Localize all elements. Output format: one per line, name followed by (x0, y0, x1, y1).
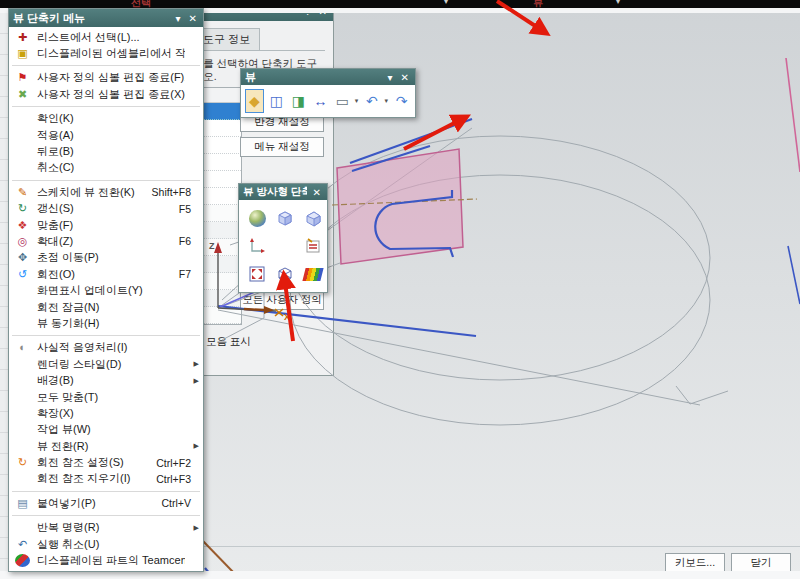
datum-plane (337, 149, 463, 264)
close-icon[interactable]: ✕ (399, 72, 411, 83)
chevron-down-icon[interactable]: ▾ (386, 72, 395, 83)
clip-section-button[interactable]: ◨ (289, 89, 308, 113)
menu-item-paste[interactable]: ▤붙여넣기(P)Ctrl+V (9, 495, 203, 511)
submenu-arrow-icon: ▶ (191, 360, 199, 368)
menu-item-fit-all[interactable]: 모두 맞춤(T) (9, 389, 203, 405)
redo-button[interactable]: ↷ (392, 89, 411, 113)
cut-label-select: 선택 (131, 0, 151, 8)
menu-item-work-in-displayed-assembly[interactable]: ▣디스플레이된 어셈블리에서 작업(A) (9, 45, 203, 61)
view-toolbar-buttons: ◆ ◫ ◨ ↔ ▭ ▾ ↶ ▾ ↷ (241, 85, 415, 117)
submenu-arrow-icon: ▶ (191, 442, 199, 450)
bottom-strip (0, 571, 800, 579)
wireframe-view-button[interactable] (272, 261, 298, 287)
wireframe-cube-icon (275, 264, 295, 284)
view-shortcut-menu: 뷰 단축키 메뉴 ▾ ✕ ✚리스트에서 선택(L)... ▣디스플레이된 어셈블… (8, 8, 204, 572)
fit-view-button[interactable] (244, 261, 270, 287)
menu-title: 뷰 단축키 메뉴 (13, 11, 170, 26)
menu-title-bar[interactable]: 뷰 단축키 메뉴 ▾ ✕ (9, 9, 203, 27)
menu-item-exit-symbol-edit-x[interactable]: ✖사용자 정의 심볼 편집 종료(X) (9, 86, 203, 102)
list-select-icon: ✚ (15, 31, 30, 44)
sketch-view-button[interactable] (300, 233, 326, 259)
isometric-view-button[interactable] (272, 205, 298, 231)
globe-icon: ● (15, 554, 30, 567)
cut-label-view: 뷰 (533, 0, 543, 8)
menu-item-lock-rotations[interactable]: 회전 잠금(N) (9, 299, 203, 315)
palette-title-bar[interactable]: 뷰 방사형 단축... ✕ (239, 184, 327, 200)
view-toolbar-title-bar[interactable]: 뷰 ▾ ✕ (241, 69, 415, 85)
window-button[interactable]: ▭ (333, 89, 352, 113)
shaded-with-edges-button[interactable]: ◆ (245, 89, 264, 113)
menu-item-work-view[interactable]: 작업 뷰(W) (9, 422, 203, 438)
left-panel-edge (0, 13, 8, 571)
menu-separator (12, 65, 200, 66)
palette-grid (239, 200, 327, 292)
paste-icon: ▤ (15, 497, 30, 510)
menu-item-refresh[interactable]: ↻갱신(S)F5 (9, 201, 203, 217)
menu-item-cancel[interactable]: 취소(C) (9, 160, 203, 176)
zoom-icon: ◎ (15, 235, 30, 248)
menu-item-synchronize-views[interactable]: 뷰 동기화(H) (9, 315, 203, 331)
view-radial-shortcut-palette: 뷰 방사형 단축... ✕ (238, 183, 328, 293)
rotate-reference-icon: ↻ (15, 456, 30, 469)
menu-item-update-display[interactable]: 화면표시 업데이트(Y) (9, 282, 203, 298)
menu-item-apply[interactable]: 적용(A) (9, 127, 203, 143)
orient-view-button[interactable] (244, 233, 270, 259)
menu-separator (12, 491, 200, 492)
menu-item-true-shading[interactable]: ◐사실적 음영처리(I) (9, 340, 203, 356)
view-toolbar-title: 뷰 (245, 70, 382, 85)
undo-button[interactable]: ↶ (362, 89, 381, 113)
chevron-down-icon[interactable]: ▾ (174, 13, 183, 24)
menu-item-switch-view-to-sketch[interactable]: ✎스케치에 뷰 전환(K)Shift+F8 (9, 184, 203, 200)
submenu-arrow-icon: ▶ (191, 524, 199, 532)
isometric-cube-icon (275, 208, 295, 228)
menu-item-exit-symbol-edit-f[interactable]: ⚑사용자 정의 심볼 편집 종료(F)... (9, 70, 203, 86)
sketch-page-icon (303, 236, 323, 256)
refresh-icon: ↻ (15, 202, 30, 215)
menu-item-fit[interactable]: ❖맞춤(F) (9, 217, 203, 233)
rainbow-icon (302, 268, 323, 281)
shading-icon: ◐ (15, 341, 30, 354)
chevron-down-icon: ▾ (444, 0, 448, 6)
menu-item-teamcenter-info[interactable]: ●디스플레이된 파트의 Teamcenter 정보(T) (9, 552, 203, 568)
menu-item-set-rotate-reference[interactable]: ↻회전 참조 설정(S)Ctrl+F2 (9, 454, 203, 470)
trimetric-view-button[interactable] (300, 205, 326, 231)
menu-item-undo[interactable]: ↶실행 취소(U) (9, 536, 203, 552)
menu-item-rotate[interactable]: ↺회전(O)F7 (9, 266, 203, 282)
exit-edit-icon: ✖ (15, 88, 30, 101)
flag-icon: ⚑ (15, 71, 30, 84)
application-window: Z X 선택 뷰 ▾ ▾ 뷰 단축키 메뉴 ▾ ✕ ✚리스트에서 선택(L)..… (0, 0, 800, 579)
top-cutoff-bar: 선택 뷰 ▾ ▾ (0, 0, 800, 8)
pan-icon: ✥ (15, 251, 30, 264)
menu-item-expand[interactable]: 확장(X) (9, 405, 203, 421)
close-icon[interactable]: ✕ (187, 13, 199, 24)
menu-item-select-from-list[interactable]: ✚리스트에서 선택(L)... (9, 29, 203, 45)
close-icon[interactable]: ✕ (311, 187, 323, 198)
menu-item-ok[interactable]: 확인(K) (9, 111, 203, 127)
shaded-view-button[interactable] (244, 205, 270, 231)
menu-item-zoom[interactable]: ◎확대(Z)F6 (9, 233, 203, 249)
shaded-sphere-icon (249, 210, 266, 227)
menu-separator (12, 515, 200, 516)
palette-title: 뷰 방사형 단축... (243, 185, 307, 199)
menu-item-repeat-command[interactable]: 반복 명령(R)▶ (9, 520, 203, 536)
svg-text:X: X (284, 312, 290, 322)
menu-item-rendering-style[interactable]: 렌더링 스타일(D)▶ (9, 356, 203, 372)
menu-item-background[interactable]: 배경(B)▶ (9, 372, 203, 388)
chevron-down-icon[interactable]: ▾ (384, 97, 389, 105)
palette-empty-cell (272, 233, 298, 259)
edit-section-button[interactable]: ◫ (267, 89, 286, 113)
trimetric-cube-icon (303, 208, 323, 228)
chevron-down-icon[interactable]: ▾ (355, 97, 360, 105)
menu-item-back[interactable]: 뒤로(B) (9, 143, 203, 159)
menu-item-replace-view[interactable]: 뷰 전환(R)▶ (9, 438, 203, 454)
fit-icon: ❖ (15, 219, 30, 232)
chevron-down-icon: ▾ (616, 0, 620, 6)
menu-item-clear-rotate-reference[interactable]: 회전 참조 지우기(I)Ctrl+F3 (9, 471, 203, 487)
rendering-style-button[interactable] (300, 261, 326, 287)
measure-button[interactable]: ↔ (311, 89, 330, 113)
assembly-icon: ▣ (15, 47, 30, 60)
menu-separator (12, 180, 200, 181)
undo-icon: ↶ (15, 538, 30, 551)
menu-item-pan[interactable]: ✥초점 이동(P) (9, 250, 203, 266)
rotate-icon: ↺ (15, 268, 30, 281)
